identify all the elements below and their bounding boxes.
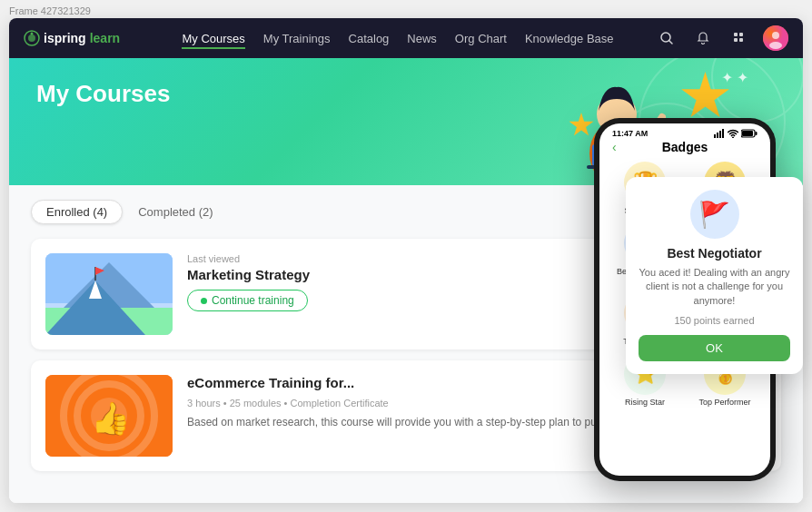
popup-badge-emoji: 🚩: [698, 200, 730, 230]
mountain-thumbnail: [45, 253, 173, 335]
mountain-svg: [45, 253, 173, 335]
phone-status-icons: [714, 129, 758, 138]
back-arrow-icon[interactable]: ‹: [612, 140, 617, 154]
svg-rect-34: [719, 131, 721, 138]
svg-point-1: [28, 34, 35, 42]
svg-text:👍: 👍: [91, 399, 131, 438]
nav-news[interactable]: News: [407, 28, 437, 49]
nav-my-trainings[interactable]: My Trainings: [263, 28, 331, 49]
navbar: ispring learn My Courses My Trainings Ca…: [9, 18, 803, 58]
nav-links: My Courses My Trainings Catalog News Org…: [163, 28, 632, 49]
popup-ok-button[interactable]: OK: [639, 335, 790, 361]
logo-text-learn: learn: [90, 31, 120, 45]
svg-line-4: [669, 41, 672, 44]
nav-catalog[interactable]: Catalog: [349, 28, 390, 49]
svg-rect-8: [739, 38, 743, 42]
logo-text-ispring: ispring: [44, 31, 86, 45]
badge-label: Top Performer: [698, 398, 750, 407]
continue-training-label: Continue training: [212, 294, 294, 307]
nav-my-courses[interactable]: My Courses: [182, 28, 244, 49]
ecommerce-thumbnail: 👍: [45, 375, 173, 457]
svg-rect-38: [756, 132, 758, 135]
course-thumbnail-ecommerce: 👍: [45, 375, 173, 457]
phone-time: 11:47 AM: [612, 129, 648, 138]
user-avatar[interactable]: [763, 25, 788, 51]
ecommerce-svg: 👍: [45, 375, 173, 457]
svg-rect-7: [734, 38, 738, 42]
continue-btn-dot: [201, 298, 207, 304]
nav-org-chart[interactable]: Org Chart: [455, 28, 507, 49]
popup-badge-icon: 🚩: [690, 190, 739, 239]
svg-point-10: [772, 32, 779, 39]
page-title: My Courses: [36, 80, 776, 108]
continue-training-button[interactable]: Continue training: [187, 290, 308, 311]
popup-title: Best Negotiator: [639, 246, 790, 261]
bell-icon: [696, 31, 710, 45]
battery-icon: [741, 129, 758, 138]
avatar-image: [763, 25, 788, 51]
svg-point-2: [31, 33, 34, 35]
svg-rect-39: [742, 131, 753, 136]
phone-screen-title: Badges: [662, 140, 708, 154]
course-thumbnail-marketing: [45, 253, 173, 335]
nav-knowledge-base[interactable]: Knowledge Base: [525, 28, 614, 49]
svg-rect-6: [739, 33, 743, 36]
svg-point-11: [769, 42, 782, 49]
signal-icon: [714, 129, 725, 138]
logo: ispring learn: [24, 30, 142, 46]
search-icon: [659, 31, 674, 45]
tab-enrolled[interactable]: Enrolled (4): [31, 200, 123, 224]
svg-rect-5: [734, 33, 738, 36]
badge-label: Rising Star: [625, 398, 665, 407]
grid-icon: [732, 31, 747, 45]
notification-popup: 🚩 Best Negotiator You aced it! Dealing w…: [626, 177, 803, 374]
svg-rect-35: [722, 129, 724, 138]
popup-points: 150 points earned: [639, 315, 790, 326]
bell-button[interactable]: [690, 25, 716, 51]
tab-completed[interactable]: Completed (2): [123, 200, 228, 224]
popup-description: You aced it! Dealing with an angry clien…: [639, 266, 790, 308]
ispring-logo-icon: [24, 30, 40, 46]
grid-button[interactable]: [727, 25, 752, 51]
phone-status-bar: 11:47 AM: [599, 123, 770, 138]
nav-actions: [654, 25, 788, 51]
phone-nav-bar: ‹ Badges: [599, 138, 770, 158]
search-button[interactable]: [654, 25, 679, 51]
frame-label: Frame 427321329: [9, 5, 91, 16]
wifi-icon: [728, 129, 738, 138]
